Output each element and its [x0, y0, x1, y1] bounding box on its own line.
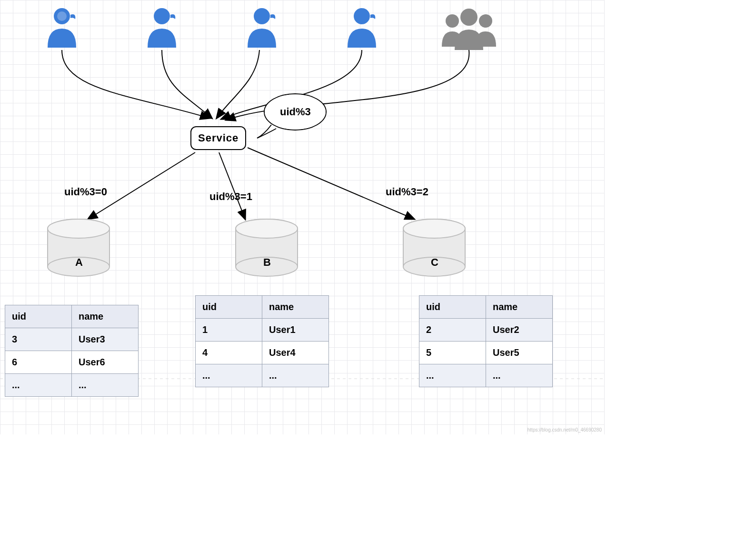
svg-point-22: [403, 219, 465, 238]
service-label: Service: [198, 132, 239, 144]
table-row: ... ...: [419, 364, 553, 387]
edge-label-left: uid%3=0: [64, 186, 107, 198]
edge-label-middle: uid%3=1: [209, 191, 252, 203]
table-a: uid name 3 User3 6 User6 ... ...: [5, 305, 139, 397]
svg-point-4: [354, 8, 370, 24]
svg-point-6: [479, 14, 492, 28]
speech-bubble-text: uid%3: [280, 106, 311, 118]
diagram-canvas: uid%3 Service uid%3=0 uid%3=1 uid%3=2 A …: [0, 0, 605, 434]
service-node: Service: [190, 126, 246, 150]
user-icon-1: [38, 5, 86, 52]
user-icon-4: [338, 5, 386, 52]
svg-point-27: [403, 219, 465, 238]
table-row: 1 User1: [196, 319, 329, 342]
user-group-icon: [433, 5, 505, 52]
svg-point-3: [254, 8, 270, 24]
svg-point-2: [154, 8, 170, 24]
table-row: 5 User5: [419, 342, 553, 364]
table-header-name: name: [486, 296, 553, 319]
edge-label-right: uid%3=2: [386, 186, 428, 198]
svg-point-21: [236, 219, 298, 238]
table-row: 3 User3: [5, 328, 139, 351]
table-row: ... ...: [5, 374, 139, 397]
table-header-uid: uid: [196, 296, 262, 319]
svg-point-1: [57, 11, 67, 21]
svg-point-10: [48, 219, 109, 238]
table-header-name: name: [262, 296, 329, 319]
user-icon-2: [138, 5, 186, 52]
table-header-uid: uid: [419, 296, 486, 319]
table-row: ... ...: [196, 364, 329, 387]
table-header-row: uid name: [5, 305, 139, 328]
watermark-text: https://blog.csdn.net/m0_46690280: [527, 427, 602, 432]
table-row: 6 User6: [5, 351, 139, 374]
table-row: 2 User2: [419, 319, 553, 342]
user-icon-3: [238, 5, 286, 52]
table-header-uid: uid: [5, 305, 72, 328]
table-c: uid name 2 User2 5 User5 ... ...: [419, 295, 553, 387]
database-label-c: C: [431, 256, 438, 269]
svg-point-7: [460, 9, 477, 26]
database-label-a: A: [75, 256, 83, 269]
table-row: 4 User4: [196, 342, 329, 364]
svg-point-5: [446, 14, 459, 28]
table-b: uid name 1 User1 4 User4 ... ...: [195, 295, 329, 387]
svg-point-15: [48, 219, 109, 238]
database-label-b: B: [263, 256, 271, 269]
table-header-row: uid name: [419, 296, 553, 319]
table-header-row: uid name: [196, 296, 329, 319]
table-header-name: name: [72, 305, 139, 328]
svg-point-16: [236, 219, 298, 238]
